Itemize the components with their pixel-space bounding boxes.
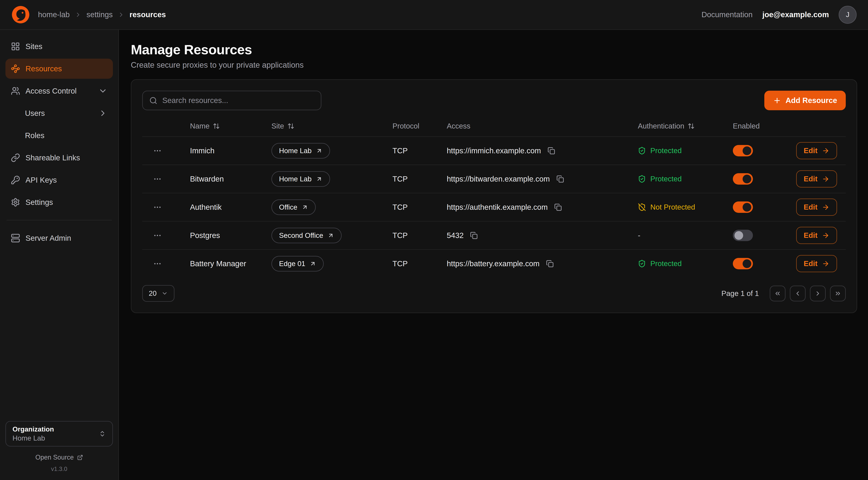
search-input[interactable]: [162, 96, 314, 105]
edit-button[interactable]: Edit: [796, 199, 837, 216]
copy-icon: [554, 204, 562, 211]
table-row: Authentik Office TCP https://authentik.e…: [142, 193, 846, 221]
chevron-right-icon: [98, 109, 107, 118]
resource-name: Authentik: [181, 203, 263, 212]
enabled-toggle[interactable]: [733, 145, 753, 156]
site-link-button[interactable]: Edge 01: [272, 256, 324, 271]
site-link-button[interactable]: Second Office: [272, 228, 342, 243]
add-resource-label: Add Resource: [785, 96, 837, 105]
enabled-toggle[interactable]: [733, 258, 753, 269]
auth-status: Not Protected: [638, 203, 695, 211]
next-page-button[interactable]: [810, 286, 826, 301]
prev-page-button[interactable]: [790, 286, 806, 301]
breadcrumb-settings[interactable]: settings: [87, 10, 113, 19]
auth-status: Protected: [638, 175, 682, 183]
sidebar-item-access-control[interactable]: Access Control: [5, 81, 113, 101]
org-selector-title: Organization: [12, 425, 54, 433]
shield-check-icon: [638, 175, 646, 183]
enabled-toggle[interactable]: [733, 173, 753, 185]
header-protocol: Protocol: [384, 122, 438, 130]
edit-button[interactable]: Edit: [796, 255, 837, 272]
org-selector[interactable]: Organization Home Lab: [5, 421, 113, 447]
site-link-button[interactable]: Home Lab: [272, 143, 330, 158]
sidebar-item-roles[interactable]: Roles: [5, 125, 113, 146]
row-menu-button[interactable]: [151, 201, 164, 214]
sidebar-item-resources[interactable]: Resources: [5, 59, 113, 79]
ellipsis-icon: [153, 146, 162, 155]
edit-button[interactable]: Edit: [796, 227, 837, 244]
site-link-button[interactable]: Home Lab: [272, 171, 330, 187]
chevron-right-icon: [814, 290, 821, 297]
header-label: Protocol: [393, 122, 420, 130]
site-name: Home Lab: [279, 175, 312, 183]
table-row: Battery Manager Edge 01 TCP https://batt…: [142, 249, 846, 277]
page-size-select[interactable]: 20: [142, 285, 175, 302]
open-source-link[interactable]: Open Source: [5, 454, 113, 461]
site-link-button[interactable]: Office: [272, 200, 316, 215]
header-label: Name: [190, 122, 210, 130]
protocol: TCP: [384, 146, 438, 155]
app-logo-icon[interactable]: [11, 5, 30, 24]
add-resource-button[interactable]: Add Resource: [764, 91, 846, 110]
sidebar-item-label: Settings: [26, 198, 107, 207]
sidebar-item-users[interactable]: Users: [5, 103, 113, 123]
sidebar: Sites Resources Access Control Users Rol…: [0, 30, 119, 480]
sidebar-item-sites[interactable]: Sites: [5, 36, 113, 57]
sort-icon: [688, 123, 695, 129]
sidebar-item-shareable-links[interactable]: Shareable Links: [5, 148, 113, 168]
open-source-label: Open Source: [35, 454, 74, 461]
resources-card: Add Resource Name Site: [131, 79, 857, 313]
table-row: Bitwarden Home Lab TCP https://bitwarden…: [142, 164, 846, 193]
shield-check-icon: [638, 260, 646, 268]
documentation-link[interactable]: Documentation: [702, 10, 753, 19]
edit-label: Edit: [804, 175, 818, 183]
arrow-up-right-icon: [310, 261, 316, 267]
last-page-button[interactable]: [830, 286, 846, 301]
auth-status-label: Protected: [650, 146, 682, 155]
header-name[interactable]: Name: [181, 122, 263, 130]
sites-icon: [11, 42, 20, 51]
enabled-toggle[interactable]: [733, 230, 753, 241]
edit-button[interactable]: Edit: [796, 142, 837, 159]
header-site[interactable]: Site: [263, 122, 384, 130]
copy-icon: [548, 147, 555, 155]
header-label: Access: [447, 122, 470, 130]
user-email[interactable]: joe@example.com: [762, 10, 829, 19]
resource-name: Bitwarden: [181, 175, 263, 183]
copy-icon: [470, 232, 478, 239]
toggle-knob: [743, 175, 751, 183]
row-menu-button[interactable]: [151, 173, 164, 185]
first-page-button[interactable]: [770, 286, 785, 301]
copy-button[interactable]: [547, 146, 556, 156]
row-menu-button[interactable]: [151, 257, 164, 270]
sidebar-item-api-keys[interactable]: API Keys: [5, 170, 113, 190]
copy-button[interactable]: [469, 231, 479, 240]
copy-button[interactable]: [555, 174, 565, 184]
avatar[interactable]: J: [839, 6, 857, 24]
auth-status-label: Protected: [650, 259, 682, 268]
auth-status-label: Protected: [650, 175, 682, 183]
header-authentication[interactable]: Authentication: [629, 122, 724, 130]
sidebar-item-label: Sites: [26, 42, 107, 51]
link-icon: [11, 153, 20, 162]
site-name: Office: [279, 203, 297, 211]
access-port: 5432: [447, 231, 464, 240]
sidebar-item-settings[interactable]: Settings: [5, 192, 113, 212]
auth-status-label: -: [638, 231, 640, 240]
enabled-toggle[interactable]: [733, 202, 753, 213]
sort-icon: [287, 123, 294, 129]
search-icon: [149, 96, 157, 104]
copy-button[interactable]: [553, 202, 563, 212]
arrow-up-right-icon: [302, 204, 308, 210]
sidebar-item-label: API Keys: [26, 176, 107, 184]
breadcrumb-org[interactable]: home-lab: [38, 10, 70, 19]
breadcrumb-separator-icon: [118, 11, 125, 18]
copy-button[interactable]: [545, 259, 555, 269]
edit-button[interactable]: Edit: [796, 170, 837, 187]
row-menu-button[interactable]: [151, 144, 164, 157]
auth-status: Protected: [638, 146, 682, 155]
shield-check-icon: [638, 147, 646, 155]
row-menu-button[interactable]: [151, 229, 164, 242]
sidebar-item-server-admin[interactable]: Server Admin: [5, 228, 113, 248]
edit-label: Edit: [804, 231, 818, 240]
